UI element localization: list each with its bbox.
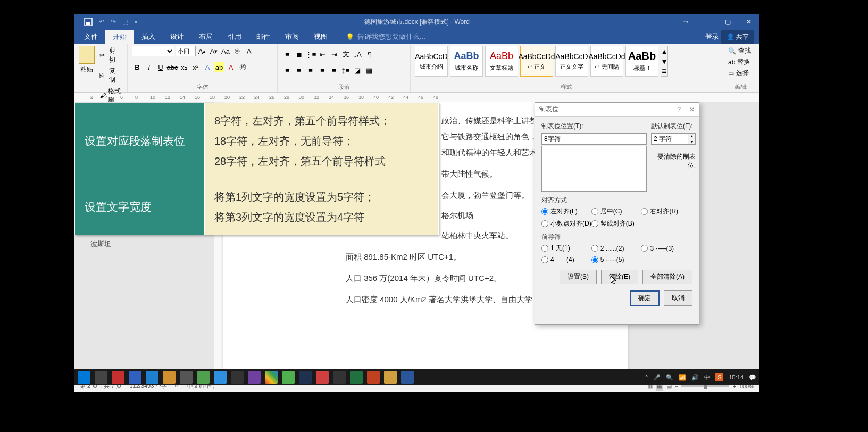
ribbon-display-icon[interactable]: ▭	[674, 14, 696, 30]
leader-4-radio[interactable]: 4 ___(4)	[541, 256, 591, 263]
multilevel-button[interactable]: ⋮≡	[305, 49, 316, 60]
numbering-button[interactable]: ≣	[294, 49, 304, 60]
paste-button[interactable]: 粘贴	[79, 46, 95, 105]
task-icon[interactable]	[163, 371, 176, 384]
spinner-up-icon[interactable]: ▴	[688, 134, 695, 139]
chrome-icon[interactable]	[265, 371, 278, 384]
task-icon[interactable]	[180, 371, 193, 384]
leader-2-radio[interactable]: 2 ......(2)	[591, 244, 641, 253]
microphone-icon[interactable]: 🎤	[653, 374, 661, 381]
superscript-button[interactable]: x²	[190, 62, 201, 72]
align-decimal-radio[interactable]: 小数点对齐(D)	[541, 219, 591, 228]
copy-button[interactable]: ⎘复制	[98, 66, 123, 85]
underline-button[interactable]: U	[155, 62, 166, 72]
redo-icon[interactable]: ↷	[111, 18, 116, 26]
clear-all-button[interactable]: 全部清除(A)	[642, 270, 692, 284]
tab-references[interactable]: 引用	[220, 30, 249, 44]
bullets-button[interactable]: ≡	[282, 49, 293, 60]
strikethrough-button[interactable]: abc	[167, 62, 178, 72]
cut-button[interactable]: ✂剪切	[98, 46, 123, 65]
touch-mode-icon[interactable]: ⬚	[122, 18, 128, 26]
sogou-icon[interactable]: S	[715, 373, 723, 381]
enclose-char-button[interactable]: ㊕	[237, 62, 248, 72]
align-center-button[interactable]: ≡	[294, 65, 304, 76]
style-item[interactable]: AaBb文章标题	[485, 46, 518, 77]
bold-button[interactable]: B	[132, 62, 143, 72]
tab-design[interactable]: 设计	[163, 30, 191, 44]
italic-button[interactable]: I	[144, 62, 154, 72]
styles-more-icon[interactable]: ≡	[661, 67, 667, 76]
share-button[interactable]: 👤 共享	[721, 30, 754, 44]
align-left-button[interactable]: ≡	[282, 65, 293, 76]
style-gallery[interactable]: AaBbCcD城市介绍 AaBb城市名称 AaBb文章标题 AaBbCcDd↵ …	[415, 46, 717, 77]
grow-font-button[interactable]: A▴	[197, 46, 207, 56]
leader-1-radio[interactable]: 1 无(1)	[541, 244, 591, 253]
task-icon[interactable]	[333, 371, 346, 384]
notifications-icon[interactable]: 💬	[749, 374, 756, 381]
styles-down-icon[interactable]: ▾	[661, 56, 667, 67]
photoshop-icon[interactable]	[299, 371, 312, 384]
increase-indent-button[interactable]: ⇥	[329, 49, 339, 60]
align-right-radio[interactable]: 右对齐(R)	[641, 207, 691, 216]
shading-button[interactable]: ◪	[352, 65, 363, 76]
close-icon[interactable]: ✕	[689, 106, 695, 113]
tab-layout[interactable]: 布局	[191, 30, 220, 44]
select-button[interactable]: ▭选择	[727, 68, 755, 78]
zoom-slider[interactable]	[681, 385, 729, 387]
sort-button[interactable]: ↓A	[352, 49, 363, 60]
task-icon[interactable]	[112, 371, 124, 384]
style-item[interactable]: AaBbCcD正文文字	[555, 46, 588, 77]
asian-layout-button[interactable]: 文	[340, 49, 351, 60]
tab-home[interactable]: 开始	[105, 30, 134, 44]
text-effects-button[interactable]: A	[202, 62, 213, 72]
style-item[interactable]: AaBbCcD城市介绍	[415, 46, 448, 77]
clear-formatting-button[interactable]: A	[244, 46, 254, 56]
clock[interactable]: 15:14	[729, 374, 744, 380]
highlight-button[interactable]: ab	[214, 62, 224, 72]
tab-view[interactable]: 视图	[306, 30, 335, 44]
style-item[interactable]: AaBbCcDd↵ 无间隔	[590, 46, 623, 77]
help-icon[interactable]: ?	[677, 106, 681, 113]
task-icon[interactable]	[146, 371, 158, 384]
align-left-radio[interactable]: 左对齐(L)	[541, 207, 591, 216]
wechat-icon[interactable]	[282, 371, 295, 384]
powerpoint-icon[interactable]	[367, 371, 380, 384]
phonetic-guide-button[interactable]: ㊥	[232, 46, 243, 56]
folder-icon[interactable]	[384, 371, 397, 384]
maximize-icon[interactable]: ▢	[717, 14, 738, 30]
tab-insert[interactable]: 插入	[134, 30, 163, 44]
font-color-button[interactable]: A	[226, 62, 236, 72]
replace-button[interactable]: ab替换	[727, 57, 755, 67]
style-item[interactable]: AaBb标题 1	[625, 46, 658, 77]
task-icon[interactable]	[248, 371, 261, 384]
undo-icon[interactable]: ↶	[99, 18, 104, 26]
styles-up-icon[interactable]: ▴	[661, 46, 667, 56]
default-tab-input[interactable]	[651, 133, 688, 145]
document-area[interactable]: 政治、传媒还是科学上讲都 它与铁路交通枢纽的角色， 和现代精神的年轻人和艺术 带…	[74, 102, 760, 380]
ok-button[interactable]: 确定	[630, 290, 660, 306]
minimize-icon[interactable]: ―	[696, 14, 717, 30]
align-right-button[interactable]: ≡	[305, 65, 316, 76]
spinner-down-icon[interactable]: ▾	[688, 139, 695, 145]
change-case-button[interactable]: Aa	[220, 46, 231, 56]
distribute-button[interactable]: ≡	[329, 65, 339, 76]
task-icon[interactable]	[95, 371, 107, 384]
task-icon[interactable]	[129, 371, 141, 384]
style-item[interactable]: AaBbCcDd↵ 正文	[520, 46, 553, 77]
tell-me-search[interactable]: 💡 告诉我您想要做什么...	[346, 32, 425, 41]
ime-icon[interactable]: 中	[704, 373, 710, 381]
save-icon[interactable]	[84, 18, 93, 26]
line-spacing-button[interactable]: ‡≡	[340, 65, 351, 76]
close-icon[interactable]: ✕	[738, 14, 760, 30]
tab-position-list[interactable]	[541, 146, 647, 192]
task-icon[interactable]	[197, 371, 210, 384]
login-link[interactable]: 登录	[705, 32, 719, 41]
wifi-icon[interactable]: 📶	[679, 374, 686, 381]
volume-icon[interactable]: 🔊	[691, 374, 699, 381]
shrink-font-button[interactable]: A▾	[208, 46, 219, 56]
decrease-indent-button[interactable]: ⇤	[317, 49, 328, 60]
horizontal-ruler[interactable]: 2468101214161820222426283032343638404244…	[74, 93, 760, 102]
justify-button[interactable]: ≡	[317, 65, 328, 76]
align-center-radio[interactable]: 居中(C)	[591, 207, 641, 216]
set-button[interactable]: 设置(S)	[560, 270, 597, 284]
